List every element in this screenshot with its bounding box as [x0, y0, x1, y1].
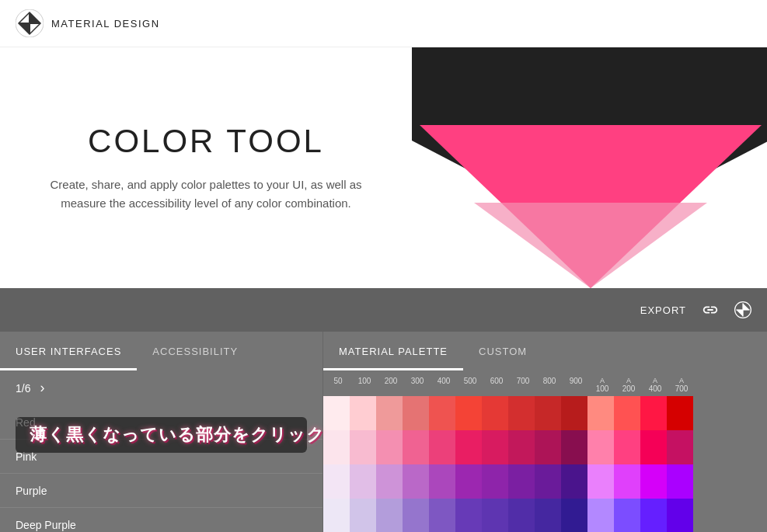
swatch-cell[interactable] [429, 396, 455, 430]
swatch-cell[interactable] [403, 499, 429, 532]
col-500: 500 [457, 377, 483, 393]
swatch-cell[interactable] [403, 396, 429, 430]
swatch-cell[interactable] [350, 464, 376, 499]
tabs-container: USER INTERFACES ACCESSIBILITY MATERIAL P… [0, 332, 767, 370]
palette-row-deep-purple [323, 499, 767, 532]
swatch-cell[interactable] [482, 396, 508, 430]
swatch-cell[interactable] [535, 396, 561, 430]
list-item-red[interactable]: Red [0, 405, 322, 440]
link-icon[interactable] [702, 301, 719, 318]
col-400: 400 [431, 377, 457, 393]
swatch-cell[interactable] [376, 396, 403, 430]
m-logo-icon [734, 301, 751, 318]
swatch-cell[interactable] [429, 499, 455, 532]
hero-svg [412, 47, 767, 288]
tab-material-palette[interactable]: MATERIAL PALETTE [323, 332, 463, 370]
col-a700-label: A700 [668, 377, 695, 393]
swatch-cell[interactable] [640, 464, 667, 499]
hero-visual [412, 47, 767, 288]
swatch-cell[interactable] [429, 430, 455, 464]
logo[interactable]: MATERIAL DESIGN [16, 9, 160, 37]
col-600: 600 [483, 377, 510, 393]
swatch-cell[interactable] [535, 430, 561, 464]
swatch-cell[interactable] [455, 430, 482, 464]
col-900: 900 [563, 377, 589, 393]
pagination: 1/6 › [0, 370, 323, 405]
swatch-cell[interactable] [350, 499, 376, 532]
pagination-next[interactable]: › [40, 380, 44, 396]
swatch-cell[interactable] [561, 499, 587, 532]
right-tabs: MATERIAL PALETTE CUSTOM [323, 332, 767, 370]
swatch-cell[interactable] [403, 464, 429, 499]
swatch-cell[interactable] [350, 396, 376, 430]
swatch-cell[interactable] [640, 396, 667, 430]
swatch-cell[interactable] [535, 464, 561, 499]
col-200: 200 [378, 377, 404, 393]
swatch-cell[interactable] [455, 464, 482, 499]
swatch-cell[interactable] [455, 396, 482, 430]
color-list: Red Pink Purple Deep Purple Indigo Blue [0, 405, 323, 532]
tab-custom[interactable]: CUSTOM [463, 332, 542, 370]
hero-text-block: COLOR TOOL Create, share, and apply colo… [0, 47, 412, 288]
pagination-text: 1/6 [16, 382, 30, 395]
swatch-cell[interactable] [429, 464, 455, 499]
swatch-cell[interactable] [614, 396, 640, 430]
swatch-cell[interactable] [587, 464, 614, 499]
swatch-cell[interactable] [587, 430, 614, 464]
swatch-cell[interactable] [587, 499, 614, 532]
list-item-purple[interactable]: Purple [0, 474, 322, 508]
swatch-cell[interactable] [403, 430, 429, 464]
swatch-cell[interactable] [587, 396, 614, 430]
col-a200-label: A200 [615, 377, 642, 393]
swatch-cell[interactable] [667, 499, 693, 532]
swatch-cell[interactable] [508, 499, 535, 532]
swatch-cell[interactable] [455, 499, 482, 532]
hero-section: COLOR TOOL Create, share, and apply colo… [0, 47, 767, 288]
col-800: 800 [536, 377, 563, 393]
swatch-cell[interactable] [323, 396, 350, 430]
hero-title: COLOR TOOL [88, 123, 324, 160]
swatch-cell[interactable] [482, 464, 508, 499]
col-a400-label: A400 [642, 377, 668, 393]
swatch-cell[interactable] [323, 430, 350, 464]
swatch-cell[interactable] [376, 430, 403, 464]
swatch-cell[interactable] [376, 499, 403, 532]
palette-rows [323, 396, 767, 532]
hero-description: Create, share, and apply color palettes … [47, 176, 365, 213]
swatch-cell[interactable] [614, 499, 640, 532]
logo-text: MATERIAL DESIGN [51, 18, 160, 30]
swatch-cell[interactable] [667, 430, 693, 464]
swatch-cell[interactable] [667, 464, 693, 499]
swatch-cell[interactable] [640, 499, 667, 532]
swatch-cell[interactable] [376, 464, 403, 499]
list-item-deep-purple[interactable]: Deep Purple [0, 508, 322, 532]
palette-row-red [323, 396, 767, 430]
swatch-cell[interactable] [482, 499, 508, 532]
swatch-cell[interactable] [561, 464, 587, 499]
export-button[interactable]: EXPORT [640, 304, 686, 316]
swatch-cell[interactable] [614, 464, 640, 499]
col-50: 50 [325, 377, 351, 393]
palette-header: 50 100 200 300 400 500 600 700 800 900 A… [323, 370, 767, 396]
swatch-cell[interactable] [561, 430, 587, 464]
swatch-cell[interactable] [482, 430, 508, 464]
material-icon[interactable] [734, 301, 751, 318]
col-a100-label: A100 [589, 377, 615, 393]
swatch-cell[interactable] [561, 396, 587, 430]
tab-user-interfaces[interactable]: USER INTERFACES [0, 332, 137, 370]
swatch-cell[interactable] [323, 499, 350, 532]
swatch-cell[interactable] [640, 430, 667, 464]
app-header: MATERIAL DESIGN [0, 0, 767, 47]
swatch-cell[interactable] [508, 396, 535, 430]
swatch-cell[interactable] [535, 499, 561, 532]
palette-panel: 50 100 200 300 400 500 600 700 800 900 A… [323, 370, 767, 532]
tab-accessibility[interactable]: ACCESSIBILITY [137, 332, 253, 370]
swatch-cell[interactable] [323, 464, 350, 499]
swatch-cell[interactable] [508, 430, 535, 464]
swatch-cell[interactable] [350, 430, 376, 464]
swatch-cell[interactable] [614, 430, 640, 464]
col-100: 100 [351, 377, 378, 393]
list-item-pink[interactable]: Pink [0, 440, 322, 474]
swatch-cell[interactable] [667, 396, 693, 430]
swatch-cell[interactable] [508, 464, 535, 499]
